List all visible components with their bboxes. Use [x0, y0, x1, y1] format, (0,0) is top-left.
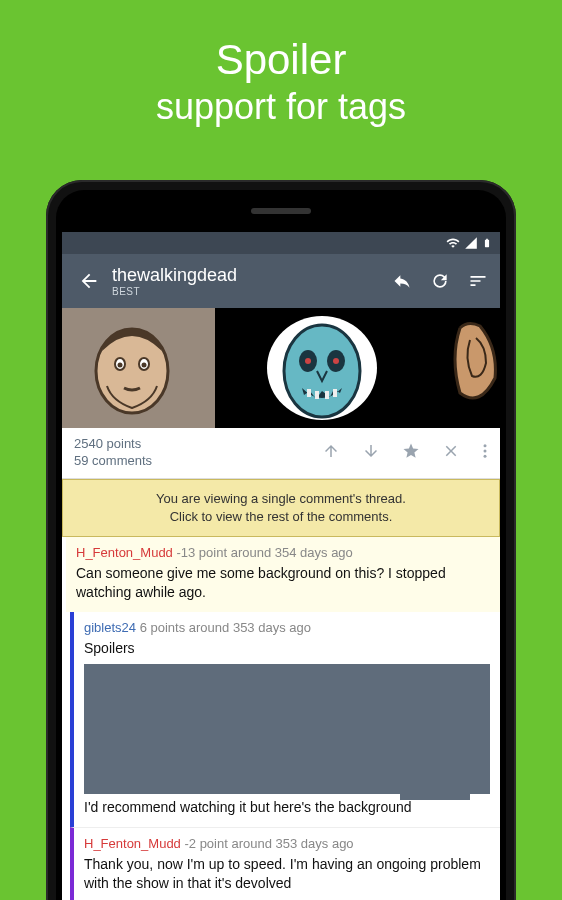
refresh-button[interactable]	[430, 271, 450, 291]
comment-item[interactable]: giblets24 6 points around 353 days ago S…	[70, 612, 500, 827]
filter-button[interactable]	[468, 271, 488, 291]
screen: thewalkingdead BEST	[62, 232, 500, 900]
promo-line2: support for tags	[0, 86, 562, 128]
downvote-button[interactable]	[362, 442, 380, 464]
svg-point-6	[284, 325, 360, 417]
comment-body-after: I'd recommend watching it but here's the…	[84, 798, 490, 817]
svg-point-15	[484, 444, 487, 447]
svg-rect-14	[333, 389, 337, 397]
more-button[interactable]	[482, 442, 488, 464]
zombie-art	[262, 313, 382, 428]
post-image[interactable]	[62, 308, 500, 428]
comment-score: -2 point around 353 days ago	[184, 836, 353, 851]
promo-line1: Spoiler	[0, 36, 562, 84]
battery-icon	[482, 236, 492, 250]
post-comments: 59 comments	[74, 453, 322, 470]
svg-point-9	[305, 358, 311, 364]
app-bar: thewalkingdead BEST	[62, 254, 500, 308]
single-thread-notice[interactable]: You are viewing a single comment's threa…	[62, 479, 500, 537]
status-bar	[62, 232, 500, 254]
upvote-button[interactable]	[322, 442, 340, 464]
phone-inner: thewalkingdead BEST	[56, 190, 506, 900]
reply-button[interactable]	[392, 271, 412, 291]
svg-point-10	[333, 358, 339, 364]
save-button[interactable]	[402, 442, 420, 464]
phone-speaker	[251, 208, 311, 214]
comment-score: -13 point around 354 days ago	[176, 545, 352, 560]
comic-face-art	[82, 316, 182, 416]
svg-rect-11	[307, 389, 311, 397]
svg-rect-13	[325, 391, 329, 399]
signal-icon	[464, 236, 478, 250]
sort-label: BEST	[112, 286, 392, 297]
comment-body: Thank you, now I'm up to speed. I'm havi…	[84, 855, 490, 893]
hide-button[interactable]	[442, 442, 460, 464]
svg-point-16	[484, 449, 487, 452]
comment-body: Can someone give me some background on t…	[76, 564, 490, 602]
svg-rect-12	[315, 391, 319, 399]
comment-item[interactable]: H_Fenton_Mudd -2 point around 353 days a…	[70, 827, 500, 900]
comment-username: giblets24	[84, 620, 136, 635]
spoiler-block[interactable]	[84, 664, 490, 794]
spoiler-label: Spoilers	[84, 639, 490, 658]
comment-username: H_Fenton_Mudd	[84, 836, 181, 851]
comment-item[interactable]: H_Fenton_Mudd -13 point around 354 days …	[62, 537, 500, 612]
post-meta-bar: 2540 points 59 comments	[62, 428, 500, 479]
svg-point-4	[142, 363, 147, 368]
comment-score: 6 points around 353 days ago	[140, 620, 311, 635]
appbar-title-block[interactable]: thewalkingdead BEST	[112, 265, 392, 297]
post-stats: 2540 points 59 comments	[74, 436, 322, 470]
subreddit-title: thewalkingdead	[112, 265, 392, 286]
notice-line1: You are viewing a single comment's threa…	[73, 490, 489, 508]
ear-art	[450, 318, 500, 408]
post-points: 2540 points	[74, 436, 322, 453]
back-button[interactable]	[70, 262, 108, 300]
comment-username: H_Fenton_Mudd	[76, 545, 173, 560]
svg-point-17	[484, 455, 487, 458]
wifi-icon	[446, 236, 460, 250]
phone-frame: thewalkingdead BEST	[46, 180, 516, 900]
promo-title: Spoiler support for tags	[0, 0, 562, 128]
notice-line2: Click to view the rest of the comments.	[73, 508, 489, 526]
svg-point-2	[118, 363, 123, 368]
